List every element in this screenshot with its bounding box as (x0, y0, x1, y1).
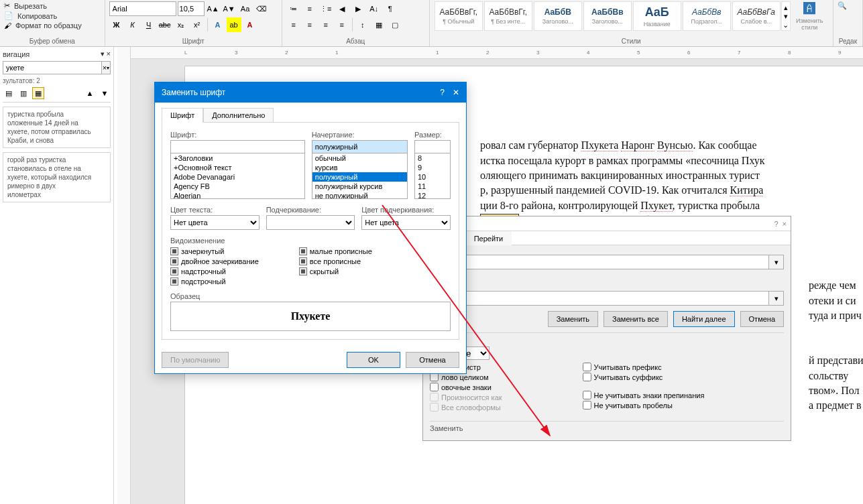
btn-format-painter[interactable]: 🖌Формат по образцу (4, 21, 84, 29)
style-tile[interactable]: АаБНазвание (633, 1, 681, 31)
justify-btn[interactable]: ≡ (335, 17, 349, 32)
align-center-btn[interactable]: ≡ (302, 17, 317, 32)
subscript-btn[interactable]: x₂ (174, 17, 188, 32)
change-case-btn[interactable]: Aa (238, 1, 253, 16)
cut-icon: ✂ (4, 1, 10, 10)
style-tile[interactable]: АаБбВвЗаголово... (583, 1, 632, 31)
highlight-btn[interactable]: ab (227, 17, 241, 32)
group-font: A▲ A▼ Aa ⌫ Ж К Ч abc x₂ x² A ab A Шрифт (105, 0, 282, 46)
group-title-clipboard: Буфер обмена (30, 38, 75, 46)
style-tile[interactable]: АаБбВвГаСлабое в... (732, 1, 781, 31)
multilevel-btn[interactable]: ⋮≡ (319, 1, 333, 16)
find-icon[interactable]: 🔍 (838, 1, 858, 10)
style-tile[interactable]: АаБбВвГг,¶ Обычный (435, 1, 483, 31)
clear-format-btn[interactable]: ⌫ (254, 1, 269, 16)
group-title-editing: Редак (839, 38, 857, 46)
numbering-btn[interactable]: ≡ (302, 1, 317, 16)
brush-icon: 🖌 (4, 21, 11, 29)
group-styles: АаБбВвГг,¶ Обычный АаБбВвГг,¶ Без инте..… (430, 0, 833, 46)
styles-scroll-up[interactable]: ▴ (782, 3, 790, 12)
italic-btn[interactable]: К (125, 17, 140, 32)
showmarks-btn[interactable]: ¶ (383, 1, 398, 16)
superscript-btn[interactable]: x² (190, 17, 205, 32)
change-styles-btn[interactable]: 🅰 Изменить стили (791, 1, 828, 31)
dec-indent-btn[interactable]: ◀ (335, 1, 349, 16)
font-color-btn[interactable]: A (243, 17, 257, 32)
group-title-paragraph: Абзац (346, 38, 365, 46)
font-size-select[interactable] (178, 1, 205, 16)
shrink-font-btn[interactable]: A▼ (222, 1, 237, 16)
font-name-select[interactable] (109, 1, 176, 16)
copy-icon: 📄 (4, 11, 13, 20)
styles-scroll-down[interactable]: ▾ (782, 12, 790, 21)
style-tile[interactable]: АаБбВвГг,¶ Без инте... (484, 1, 532, 31)
borders-btn[interactable]: ▢ (388, 17, 402, 32)
btn-cut[interactable]: ✂Вырезать (4, 1, 50, 10)
bold-btn[interactable]: Ж (109, 17, 124, 32)
line-spacing-btn[interactable]: ↕ (355, 17, 370, 32)
change-styles-icon: 🅰 (803, 2, 815, 16)
strike-btn[interactable]: abc (158, 17, 172, 32)
ribbon: ✂Вырезать 📄Копировать 🖌Формат по образцу… (0, 0, 863, 47)
styles-gallery[interactable]: АаБбВвГг,¶ Обычный АаБбВвГг,¶ Без инте..… (434, 1, 829, 31)
text-effects-btn[interactable]: A (211, 17, 225, 32)
grow-font-btn[interactable]: A▲ (206, 1, 221, 16)
btn-copy[interactable]: 📄Копировать (4, 11, 60, 20)
inc-indent-btn[interactable]: ▶ (351, 1, 365, 16)
group-paragraph: ≔ ≡ ⋮≡ ◀ ▶ A↓ ¶ ≡ ≡ ≡ ≡ ↕ ▦ ▢ Абзац (282, 0, 430, 46)
align-left-btn[interactable]: ≡ (286, 17, 301, 32)
group-clipboard: ✂Вырезать 📄Копировать 🖌Формат по образцу… (0, 0, 105, 46)
bullets-btn[interactable]: ≔ (286, 1, 301, 16)
group-editing: 🔍 Редак (833, 0, 863, 46)
align-right-btn[interactable]: ≡ (319, 17, 333, 32)
group-title-font: Шрифт (182, 38, 205, 46)
shading-btn[interactable]: ▦ (371, 17, 386, 32)
sort-btn[interactable]: A↓ (367, 1, 382, 16)
erase-icon: ⌫ (256, 5, 267, 13)
styles-more[interactable]: ⌄ (782, 21, 790, 29)
underline-btn[interactable]: Ч (141, 17, 156, 32)
group-title-styles: Стили (622, 38, 641, 46)
style-tile[interactable]: АаБбВвПодзагол... (683, 1, 731, 31)
style-tile[interactable]: АаБбВЗаголово... (534, 1, 582, 31)
